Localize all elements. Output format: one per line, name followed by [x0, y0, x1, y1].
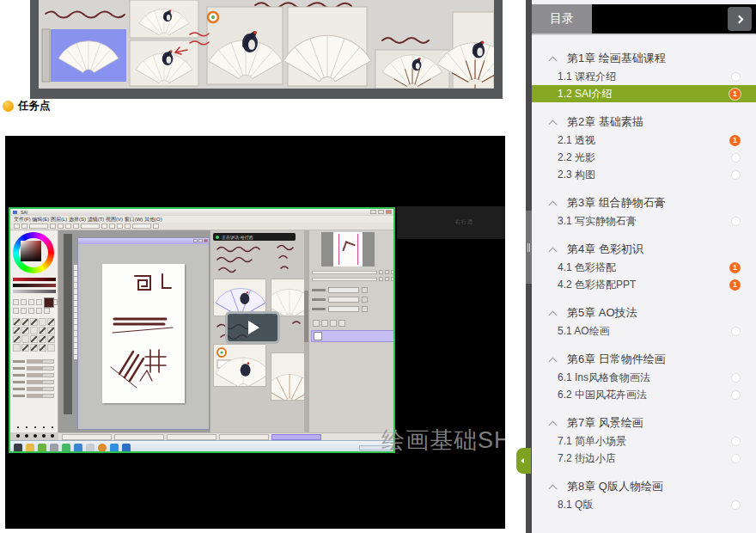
- taskbar-app-icon: [26, 444, 34, 452]
- toc-item-label: 4.1 色彩搭配: [558, 260, 729, 275]
- toc-item-label: 4.2 色彩搭配PPT: [558, 278, 729, 292]
- video-frame[interactable]: SAI 文件(F) 编辑(E) 图层(L) 选择(S) 滤镜(T) 视图(V) …: [9, 207, 395, 453]
- taskbar-app-icon: [110, 444, 119, 452]
- taskbar-app-icon: [50, 444, 58, 452]
- toc-item[interactable]: 3.1 写实静物石膏: [532, 212, 756, 230]
- toc-item[interactable]: 8.1 Q版: [532, 496, 756, 513]
- drawing-window-titlebar: [78, 238, 209, 244]
- chapter-row-3[interactable]: 第3章 组合静物石膏: [532, 193, 756, 212]
- play-button[interactable]: [225, 311, 280, 344]
- toc-item[interactable]: 7.1 简单小场景: [532, 432, 756, 450]
- toc-item-label: 6.1 Ins风格食物画法: [558, 371, 731, 385]
- sai-tool-bar: [10, 223, 393, 230]
- fan-image-card: [213, 344, 266, 387]
- color-square: [21, 241, 41, 261]
- tool-icons-row2: [13, 308, 50, 314]
- toc-item[interactable]: 1.2 SAI介绍1: [532, 85, 756, 102]
- chevron-up-icon: [549, 309, 557, 317]
- progress-circle-icon: [731, 373, 741, 383]
- progress-circle-icon: [731, 437, 741, 446]
- layer-mode-rows: [312, 287, 395, 316]
- toc-header-bar: 目录: [532, 4, 756, 35]
- chapter-row-5[interactable]: 第5章 AO技法: [532, 303, 756, 322]
- progress-circle-icon: [731, 170, 741, 180]
- sai-canvas-area: [58, 230, 210, 432]
- windows-taskbar: [10, 440, 395, 453]
- brush-settings: [13, 359, 56, 401]
- sai-right-panel: [308, 230, 395, 432]
- chapter-label: 第7章 风景绘画: [567, 415, 643, 431]
- sidebar-collapse-handle[interactable]: [516, 448, 531, 474]
- toc-item[interactable]: 1.1 课程介绍: [532, 68, 756, 85]
- chapter-label: 第4章 色彩初识: [567, 242, 643, 257]
- taskbar-app-icon: [122, 444, 131, 452]
- chevron-up-icon: [549, 483, 557, 491]
- toc-item-label: 7.1 简单小场景: [558, 434, 731, 449]
- toc-item[interactable]: 2.2 光影: [532, 149, 756, 166]
- progress-circle-icon: [731, 153, 741, 162]
- chevron-left-icon: [521, 458, 524, 463]
- chapter-label: 第5章 AO技法: [567, 305, 637, 321]
- task-point-row: 任务点: [3, 98, 51, 113]
- sketch-page: [102, 264, 185, 403]
- task-count-badge: 1: [729, 89, 741, 100]
- navigator-sliders: [312, 270, 395, 284]
- drawing-window: [77, 237, 210, 430]
- progress-circle-icon: [731, 454, 741, 463]
- course-player-page: 任务点 右行适 SAI 文件(F) 编辑(E) 图层(L) 选择(S) 滤镜(T…: [0, 0, 756, 533]
- tab-toc[interactable]: 目录: [532, 4, 592, 34]
- sidebar-collapse-button[interactable]: [728, 7, 752, 31]
- active-layer-row: [311, 330, 395, 342]
- taskbar-app-icon: [86, 444, 94, 452]
- chevron-right-icon: [735, 15, 743, 23]
- navigator-thumbnail: [321, 232, 375, 266]
- toc-item[interactable]: 5.1 AO绘画: [532, 322, 756, 340]
- chapter-row-7[interactable]: 第7章 风景绘画: [532, 414, 756, 432]
- sai-app-icon: [13, 211, 17, 214]
- taskbar-app-icon: [62, 444, 70, 452]
- toc-item-label: 2.3 构图: [558, 168, 731, 182]
- chapter-row-2[interactable]: 第2章 基础素描: [532, 113, 756, 132]
- toc-item[interactable]: 7.2 街边小店: [532, 450, 756, 467]
- toc-item-label: 1.1 课程介绍: [558, 70, 731, 84]
- toc-item[interactable]: 4.2 色彩搭配PPT1: [532, 276, 756, 293]
- progress-circle-icon: [731, 327, 741, 336]
- toc-item[interactable]: 2.3 构图: [532, 166, 756, 183]
- chapter-label: 第2章 基础素描: [567, 114, 643, 130]
- sai-menu-bar: 文件(F) 编辑(E) 图层(L) 选择(S) 滤镜(T) 视图(V) 窗口(W…: [10, 216, 393, 223]
- sketch-illustration: [102, 264, 185, 403]
- chevron-up-icon: [549, 119, 557, 126]
- taskbar-app-icon: [38, 444, 46, 452]
- toc-item-label: 2.1 透视: [558, 133, 729, 148]
- fan-collage-illustration: [39, 0, 494, 89]
- progress-circle-icon: [731, 390, 741, 400]
- toc-item[interactable]: 2.1 透视1: [532, 132, 756, 149]
- viewer-name-overlay: 右行适: [455, 218, 473, 226]
- chapter-row-4[interactable]: 第4章 色彩初识: [532, 240, 756, 259]
- chevron-up-icon: [549, 246, 557, 254]
- chevron-up-icon: [549, 55, 557, 63]
- chapter-label: 第3章 组合静物石膏: [567, 195, 666, 211]
- video-letterbox: [397, 206, 505, 239]
- chapter-label: 第1章 绘画基础课程: [567, 51, 666, 66]
- chapter-row-6[interactable]: 第6章 日常物件绘画: [532, 350, 756, 369]
- toc-sidebar: 目录 第1章 绘画基础课程1.1 课程介绍1.2 SAI介绍1第2章 基础素描2…: [532, 0, 756, 533]
- toc-item[interactable]: 6.1 Ins风格食物画法: [532, 369, 756, 386]
- sidebar-scrollbar-thumb[interactable]: [526, 211, 532, 284]
- active-file-tab: [271, 434, 321, 440]
- progress-circle-icon: [731, 72, 741, 82]
- toc-item[interactable]: 6.2 中国风花卉画法: [532, 386, 756, 403]
- toc-item[interactable]: 4.1 色彩搭配1: [532, 259, 756, 276]
- task-count-badge: 1: [729, 279, 741, 291]
- toc-item-label: 7.2 街边小店: [558, 451, 731, 466]
- chapter-row-8[interactable]: 第8章 Q版人物绘画: [532, 477, 756, 496]
- color-sliders: [13, 278, 56, 296]
- video-player[interactable]: 右行适 SAI 文件(F) 编辑(E) 图层(L) 选择(S) 滤镜(T) 视图…: [5, 136, 505, 529]
- sai-left-panel: [10, 230, 58, 432]
- sai-title-bar: SAI: [10, 209, 393, 216]
- progress-circle-icon: [731, 500, 741, 510]
- chapter-row-1[interactable]: 第1章 绘画基础课程: [532, 49, 756, 68]
- chevron-up-icon: [549, 199, 557, 207]
- brush-grid: [13, 318, 58, 352]
- toc-item-label: 1.2 SAI介绍: [558, 87, 729, 101]
